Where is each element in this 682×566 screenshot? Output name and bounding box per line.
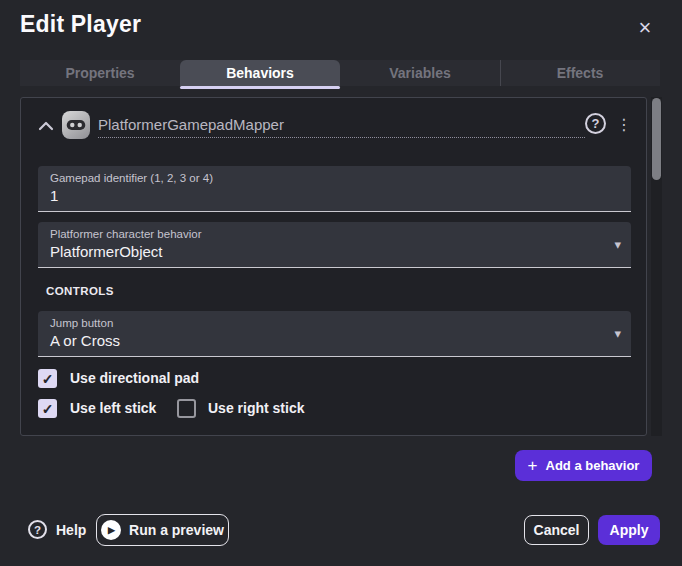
directional-pad-checkbox[interactable]: ✓ [38,369,57,388]
behavior-name-input[interactable]: PlatformerGamepadMapper [98,112,585,138]
gamepad-identifier-label: Gamepad identifier (1, 2, 3 or 4) [50,172,619,184]
tab-variables[interactable]: Variables [340,60,500,86]
gamepad-identifier-value: 1 [50,187,619,204]
help-icon: ? [28,520,47,539]
active-tab-underline [180,86,340,89]
right-stick-checkbox[interactable]: ✓ [177,399,196,418]
kebab-menu-icon[interactable]: ⋮ [613,113,635,135]
edit-object-dialog: Edit Player × Properties Behaviors Varia… [0,0,682,566]
right-stick-checkbox-label[interactable]: Use right stick [208,399,304,418]
collapse-chevron-up-icon[interactable] [38,118,54,130]
close-icon[interactable]: × [630,13,660,43]
left-stick-checkbox[interactable]: ✓ [38,399,57,418]
add-behavior-button[interactable]: + Add a behavior [515,450,652,481]
help-button[interactable]: ? Help [28,520,86,539]
directional-pad-checkbox-label[interactable]: Use directional pad [70,369,199,388]
scrollbar-thumb[interactable] [652,98,661,180]
run-preview-label: Run a preview [129,522,224,538]
character-behavior-label: Platformer character behavior [50,228,619,240]
jump-button-label: Jump button [50,317,619,329]
run-preview-button[interactable]: ▶ Run a preview [96,514,229,546]
controls-section-heading: CONTROLS [46,285,114,297]
tab-bar: Properties Behaviors Variables Effects [20,60,660,86]
play-icon: ▶ [101,520,121,540]
dropdown-caret-icon: ▾ [614,236,621,251]
tab-behaviors[interactable]: Behaviors [180,60,340,86]
page-title: Edit Player [20,11,141,38]
jump-button-value: A or Cross [50,332,619,349]
gamepad-identifier-field[interactable]: Gamepad identifier (1, 2, 3 or 4) 1 [38,166,631,212]
tab-separator [500,60,501,86]
tab-properties[interactable]: Properties [20,60,180,86]
character-behavior-select[interactable]: Platformer character behavior Platformer… [38,222,631,268]
cancel-button[interactable]: Cancel [524,515,589,545]
character-behavior-value: PlatformerObject [50,243,619,260]
tab-effects[interactable]: Effects [500,60,660,86]
plus-icon: + [528,457,538,474]
gamepad-icon [62,111,90,139]
apply-button[interactable]: Apply [598,515,660,545]
add-behavior-label: Add a behavior [546,458,640,473]
left-stick-checkbox-label[interactable]: Use left stick [70,399,156,418]
jump-button-select[interactable]: Jump button A or Cross ▾ [38,311,631,357]
behavior-help-icon[interactable]: ? [585,113,606,134]
dropdown-caret-icon: ▾ [614,325,621,340]
help-label: Help [56,522,86,538]
